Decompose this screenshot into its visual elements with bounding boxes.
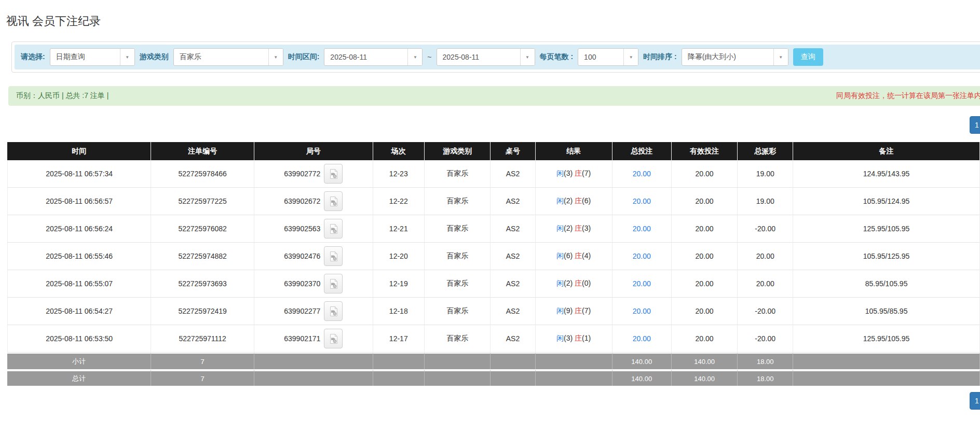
result-banker-value: (4) — [582, 251, 591, 260]
per-page-select[interactable]: 100 ▼ — [578, 48, 638, 66]
game-type-select[interactable]: 百家乐 ▼ — [173, 48, 283, 66]
result-banker-label: 庄 — [575, 251, 582, 260]
video-replay-button[interactable] — [324, 191, 343, 211]
cell-table-no: AS2 — [491, 298, 535, 325]
cell-time: 2025-08-11 06:55:07 — [7, 270, 151, 298]
total-bet-link[interactable]: 20.00 — [633, 252, 651, 260]
summary-notice: 同局有效投注，统一计算在该局第一张注单内 — [836, 91, 980, 101]
column-header-3: 局号 — [254, 142, 373, 160]
total-payout: 18.00 — [738, 369, 793, 386]
sort-label: 时间排序 : — [643, 52, 677, 62]
cell-session: 12-19 — [373, 270, 425, 298]
cell-total-bet: 20.00 — [612, 160, 672, 188]
result-player-label: 闲 — [556, 197, 564, 205]
total-empty-cell — [373, 369, 425, 386]
cell-round-id: 639902277 — [254, 298, 373, 325]
cell-remark: 105.95/85.95 — [793, 298, 980, 325]
cell-result: 闲(2) 庄(3) — [536, 215, 612, 243]
date-to-select[interactable]: 2025-08-11 ▼ — [437, 48, 535, 66]
cell-bet-id: 522725972419 — [151, 298, 254, 325]
cell-total-bet: 20.00 — [612, 325, 672, 353]
cell-round-id: 639902476 — [254, 243, 373, 270]
video-replay-button[interactable] — [324, 329, 343, 348]
result-banker-value: (7) — [582, 169, 591, 177]
table-row: 2025-08-11 06:55:07522725973693639902370… — [7, 270, 980, 298]
page-title: 视讯 会员下注纪录 — [6, 13, 980, 29]
cell-time: 2025-08-11 06:54:27 — [7, 298, 151, 325]
result-banker-value: (6) — [582, 197, 591, 205]
cell-round-id: 639902672 — [254, 188, 373, 215]
column-header-8: 总投注 — [612, 142, 672, 160]
total-bet-link[interactable]: 20.00 — [633, 197, 651, 205]
round-number: 639902672 — [284, 197, 320, 205]
cell-remark: 125.95/105.95 — [793, 215, 980, 243]
round-number: 639902370 — [284, 279, 320, 288]
cell-remark: 85.95/105.95 — [793, 270, 980, 298]
cell-table-no: AS2 — [491, 215, 535, 243]
chevron-down-icon: ▼ — [407, 49, 422, 65]
result-player-value: (9) — [564, 306, 573, 315]
cell-valid-bet: 20.00 — [672, 188, 738, 215]
total-bet-link[interactable]: 20.00 — [633, 279, 651, 288]
total-empty-cell — [491, 369, 535, 386]
cell-result: 闲(3) 庄(7) — [536, 160, 612, 188]
round-number: 639902476 — [284, 252, 320, 260]
cell-session: 12-22 — [373, 188, 425, 215]
total-bet-link[interactable]: 20.00 — [633, 170, 651, 178]
video-replay-button[interactable] — [324, 246, 343, 266]
query-type-select[interactable]: 日期查询 ▼ — [50, 48, 135, 66]
video-replay-button[interactable] — [324, 274, 343, 293]
cell-remark: 125.95/105.95 — [793, 325, 980, 353]
subtotal-payout: 18.00 — [738, 353, 793, 369]
query-button[interactable]: 查询 — [793, 48, 823, 66]
video-replay-button[interactable] — [324, 301, 343, 321]
table-header-row: 时间注单编号局号场次游戏类别桌号结果总投注有效投注总派彩备注 — [7, 142, 980, 160]
cell-valid-bet: 20.00 — [672, 325, 738, 353]
total-empty-cell — [793, 369, 980, 386]
total-row: 总计 7 140.00 140.00 18.00 — [7, 369, 980, 386]
column-header-7: 结果 — [536, 142, 612, 160]
total-label: 总计 — [7, 369, 151, 386]
pagination-page-button-bottom[interactable]: 1 — [970, 392, 980, 410]
total-bet-link[interactable]: 20.00 — [633, 225, 651, 233]
cell-remark: 105.95/124.95 — [793, 188, 980, 215]
cell-valid-bet: 20.00 — [672, 215, 738, 243]
subtotal-empty-cell — [491, 353, 535, 369]
subtotal-empty-cell — [793, 353, 980, 369]
cell-bet-id: 522725976082 — [151, 215, 254, 243]
date-from-value: 2025-08-11 — [324, 49, 407, 65]
cell-game-type: 百家乐 — [425, 215, 491, 243]
total-bet-link[interactable]: 20.00 — [633, 307, 651, 315]
chevron-down-icon: ▼ — [773, 49, 788, 65]
cell-payout: 19.00 — [738, 160, 793, 188]
result-player-label: 闲 — [556, 279, 564, 287]
cell-game-type: 百家乐 — [425, 298, 491, 325]
cell-total-bet: 20.00 — [612, 270, 672, 298]
pagination-page-button-top[interactable]: 1 — [970, 116, 980, 134]
result-player-value: (3) — [564, 169, 573, 177]
video-replay-button[interactable] — [324, 219, 343, 239]
date-from-select[interactable]: 2025-08-11 ▼ — [324, 48, 423, 66]
cell-time: 2025-08-11 06:56:24 — [7, 215, 151, 243]
cell-session: 12-23 — [373, 160, 425, 188]
filter-bar: 请选择: 日期查询 ▼ 游戏类别 百家乐 ▼ 时间区间: 2025-08-11 … — [15, 45, 980, 69]
cell-round-id: 639902370 — [254, 270, 373, 298]
column-header-6: 桌号 — [491, 142, 535, 160]
sort-select[interactable]: 降幂(由大到小) ▼ — [682, 48, 788, 66]
query-type-value: 日期查询 — [50, 49, 120, 65]
round-cell-inner: 639902672 — [254, 191, 373, 211]
round-cell-inner: 639902563 — [254, 219, 373, 239]
result-player-label: 闲 — [556, 224, 564, 232]
round-cell-inner: 639902277 — [254, 301, 373, 321]
result-banker-value: (1) — [582, 334, 591, 342]
result-player-value: (6) — [564, 251, 573, 260]
cell-valid-bet: 20.00 — [672, 243, 738, 270]
video-replay-button[interactable] — [324, 164, 343, 184]
query-type-label: 请选择: — [21, 52, 45, 62]
cell-time: 2025-08-11 06:56:57 — [7, 188, 151, 215]
round-number: 639902171 — [284, 334, 320, 343]
total-bet-link[interactable]: 20.00 — [633, 334, 651, 343]
cell-payout: -20.00 — [738, 215, 793, 243]
total-empty-cell — [254, 369, 373, 386]
round-number: 639902277 — [284, 307, 320, 315]
